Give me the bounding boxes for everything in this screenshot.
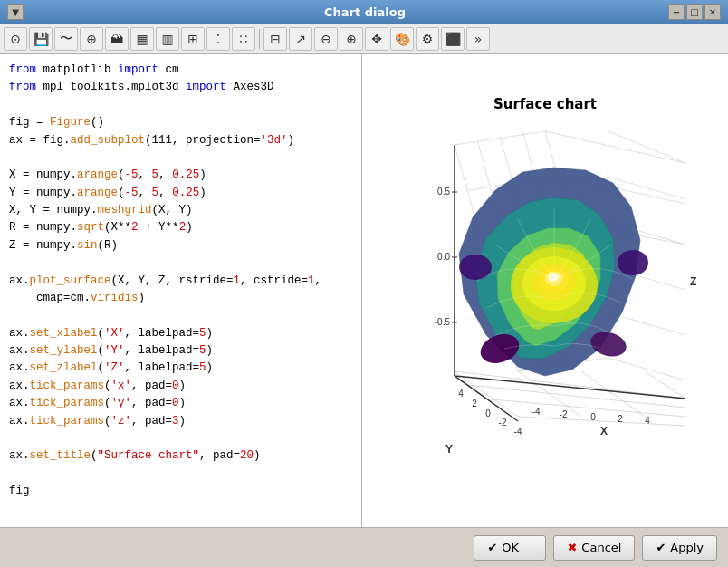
svg-point-42	[618, 250, 648, 275]
landscape-btn[interactable]: 🏔	[105, 27, 129, 51]
code-line: ax.set_title("Surface chart", pad=20)	[9, 447, 352, 465]
new-chart-btn[interactable]: ⊙	[4, 27, 27, 51]
ylabel: Y	[445, 443, 453, 456]
zoom-in-btn[interactable]: ⊕	[340, 27, 363, 51]
scatter-btn[interactable]: ⁚	[206, 27, 230, 51]
cancel-button[interactable]: ✖ Cancel	[553, 535, 635, 561]
code-line: fig = Figure()	[9, 114, 352, 131]
cancel-icon: ✖	[567, 541, 577, 554]
chart-title: Surface chart	[378, 96, 713, 112]
color-btn[interactable]: 🎨	[390, 27, 414, 51]
chart-panel: Surface chart	[362, 54, 728, 527]
svg-point-41	[459, 255, 492, 280]
code-line: ax.tick_params('z', pad=3)	[9, 413, 352, 430]
crosshair-btn[interactable]: ⊕	[80, 27, 103, 51]
bar-chart-btn[interactable]: ▦	[130, 27, 154, 51]
code-line: from matplotlib import cm	[9, 62, 352, 79]
window-controls: − □ ✕	[668, 4, 721, 20]
bar-chart2-btn[interactable]: ▥	[156, 27, 179, 51]
code-line: from mpl_toolkits.mplot3d import Axes3D	[9, 79, 352, 96]
grid-btn[interactable]: ⊞	[181, 27, 205, 51]
svg-text:0.0: 0.0	[437, 252, 450, 262]
zlabel: Z	[690, 275, 696, 288]
code-line	[9, 430, 352, 447]
svg-text:2: 2	[618, 414, 623, 424]
title-bar: ▼ Chart dialog − □ ✕	[0, 0, 728, 24]
svg-text:-0.5: -0.5	[435, 317, 451, 327]
code-line: cmap=cm.viridis)	[9, 290, 352, 307]
wave-btn[interactable]: 〜	[54, 27, 78, 51]
ok-button[interactable]: ✔ OK	[474, 535, 546, 561]
bottom-bar: ✔ OK ✖ Cancel ✔ Apply	[0, 527, 728, 567]
maximize-button[interactable]: □	[686, 4, 703, 20]
toolbar: ⊙💾〜⊕🏔▦▥⊞⁚∷⊟↗⊖⊕✥🎨⚙⬛»	[0, 24, 728, 54]
pan-btn[interactable]: ✥	[365, 27, 388, 51]
code-line: R = numpy.sqrt(X**2 + Y**2)	[9, 219, 352, 236]
code-line: Z = numpy.sin(R)	[9, 237, 352, 255]
settings-btn[interactable]: ⚙	[416, 27, 439, 51]
chart-svg: 0.5 0.0 -0.5 -4 -2 0 2 4	[378, 118, 713, 480]
toolbar-separator	[259, 29, 260, 49]
svg-text:4: 4	[458, 389, 464, 399]
code-panel[interactable]: from matplotlib import cmfrom mpl_toolki…	[0, 54, 362, 527]
menu-icon[interactable]: ▼	[7, 4, 24, 20]
code-line: ax.set_zlabel('Z', labelpad=5)	[9, 360, 352, 377]
open-btn[interactable]: 💾	[29, 27, 53, 51]
chart-container: Surface chart	[378, 96, 713, 485]
ok-icon: ✔	[487, 541, 497, 554]
svg-text:0.5: 0.5	[437, 187, 450, 197]
zoom-out-btn[interactable]: ⊖	[314, 27, 338, 51]
code-line	[9, 255, 352, 272]
code-line	[9, 149, 352, 167]
code-line: ax.plot_surface(X, Y, Z, rstride=1, cstr…	[9, 273, 352, 290]
svg-text:0: 0	[590, 412, 596, 422]
dots-btn[interactable]: ∷	[232, 27, 255, 51]
table-btn[interactable]: ⊟	[263, 27, 287, 51]
code-line	[9, 307, 352, 324]
code-line	[9, 466, 352, 483]
code-line: ax.tick_params('x', pad=0)	[9, 378, 352, 395]
code-line: ax.set_ylabel('Y', labelpad=5)	[9, 342, 352, 360]
svg-text:-4: -4	[532, 407, 541, 417]
code-line: ax.tick_params('y', pad=0)	[9, 395, 352, 412]
code-line: fig	[9, 483, 352, 500]
dialog-title: Chart dialog	[62, 5, 668, 19]
cancel-label: Cancel	[581, 541, 621, 554]
code-line: X, Y = numpy.meshgrid(X, Y)	[9, 202, 352, 219]
export-btn[interactable]: ⬛	[441, 27, 465, 51]
svg-text:-4: -4	[514, 427, 522, 437]
code-line: Y = numpy.arange(-5, 5, 0.25)	[9, 185, 352, 202]
apply-icon: ✔	[656, 541, 666, 554]
code-line: X = numpy.arange(-5, 5, 0.25)	[9, 167, 352, 184]
svg-text:-2: -2	[499, 418, 507, 428]
code-line: ax.set_xlabel('X', labelpad=5)	[9, 325, 352, 342]
code-line	[9, 97, 352, 114]
xlabel: X	[600, 425, 608, 437]
svg-text:2: 2	[472, 399, 477, 408]
apply-button[interactable]: ✔ Apply	[642, 535, 717, 561]
more-btn[interactable]: »	[466, 27, 490, 51]
close-button[interactable]: ✕	[704, 4, 721, 20]
code-line: ax = fig.add_subplot(111, projection='3d…	[9, 132, 352, 149]
svg-text:0: 0	[485, 408, 491, 418]
apply-label: Apply	[670, 541, 704, 554]
svg-text:4: 4	[645, 416, 650, 426]
arrow-btn[interactable]: ↗	[289, 27, 312, 51]
ok-label: OK	[502, 541, 519, 554]
minimize-button[interactable]: −	[668, 4, 685, 20]
svg-text:-2: -2	[560, 409, 568, 419]
main-content: from matplotlib import cmfrom mpl_toolki…	[0, 54, 728, 527]
